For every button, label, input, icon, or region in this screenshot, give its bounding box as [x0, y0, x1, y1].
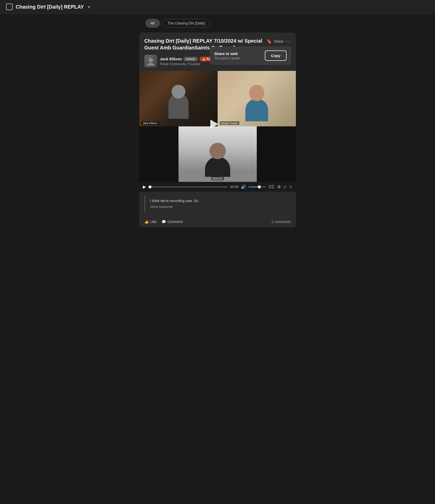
engagement-row: 👍 Like 💬 Comment 2 comments: [139, 216, 296, 227]
person-left-visual: [139, 71, 218, 126]
copy-button[interactable]: Copy: [265, 50, 287, 61]
fire-icon: 🔥: [202, 57, 206, 61]
comment-button[interactable]: 💬 Comment: [162, 220, 183, 224]
transcript-area: I think we're recording now. So Show tra…: [144, 195, 291, 212]
progress-bar[interactable]: [148, 186, 228, 187]
more-options-icon[interactable]: ···: [285, 39, 291, 44]
top-bar: Chasing Dirt [Daily] REPLAY ▾: [0, 0, 435, 14]
video-panel-left: Jack Ellison: [139, 71, 218, 126]
share-popup-title: Share to web: [214, 51, 261, 56]
share-button[interactable]: Share: [274, 39, 283, 43]
person-bottom-visual: [178, 126, 257, 182]
play-triangle-icon: [210, 120, 218, 129]
video-label-left: Jack Ellison: [141, 121, 159, 125]
filter-row: All The Chasing Dirt [Daily]: [139, 14, 296, 30]
bookmark-icon[interactable]: 🔖: [266, 39, 272, 44]
admin-badge: Admin: [183, 57, 198, 61]
person-right-visual: [218, 71, 296, 126]
avatar-image: [144, 55, 157, 67]
show-transcript-button[interactable]: Show transcript: [150, 205, 173, 209]
transcript-text: I think we're recording now. So: [150, 199, 286, 203]
progress-dot: [148, 185, 151, 188]
time-display: 00:00: [230, 185, 239, 189]
chevron-down-icon[interactable]: ▾: [88, 5, 90, 9]
volume-dot: [258, 185, 261, 188]
app-title: Chasing Dirt [Daily] REPLAY: [16, 4, 84, 10]
fullscreen-button[interactable]: ⤡: [289, 184, 292, 189]
svg-point-0: [148, 58, 153, 62]
like-label: Like: [150, 220, 157, 224]
post-card: Chasing Dirt [Daily] REPLAY 7/10/2024 w/…: [139, 33, 296, 227]
play-pause-button[interactable]: ▶: [143, 184, 146, 189]
comments-count: 2 comments: [271, 220, 291, 224]
volume-icon[interactable]: 🔊: [241, 184, 246, 189]
video-panel-bottom: ROUTE: [139, 126, 296, 182]
external-link-button[interactable]: ⤢: [283, 184, 287, 189]
title-row: Chasing Dirt [Daily] REPLAY 7/10/2024 w/…: [144, 38, 291, 51]
play-button-overlay[interactable]: [210, 120, 218, 129]
video-controls-bar: ▶ 00:00 🔊 CC ⚙ ⤢ ⤡: [139, 182, 296, 192]
video-label-right: Amber Foster: [220, 121, 240, 125]
like-button[interactable]: 👍 Like: [144, 220, 157, 224]
comment-label: Comment: [167, 220, 183, 224]
app-icon: [6, 4, 13, 10]
thumbs-up-icon: 👍: [144, 220, 149, 224]
volume-bar[interactable]: [248, 186, 266, 187]
share-popup-text: Share to web This post is public.: [214, 51, 261, 60]
comment-icon: 💬: [162, 220, 166, 224]
closed-captions-button[interactable]: CC: [269, 185, 274, 189]
video-label-bottom: ROUTE: [211, 177, 224, 180]
filter-all-button[interactable]: All: [145, 19, 160, 27]
share-popup-subtitle: This post is public.: [214, 56, 261, 60]
title-actions: 🔖 Share ···: [266, 39, 291, 44]
share-popup: Share to web This post is public. Copy: [210, 47, 291, 65]
svg-point-1: [147, 63, 154, 66]
author-name: Jack Ellison: [160, 57, 182, 61]
video-container: Jack Ellison Amber Foster ROUTE ▶ 00:00 …: [139, 71, 296, 192]
settings-button[interactable]: ⚙: [277, 184, 281, 189]
avatar: [144, 55, 157, 67]
volume-fill: [248, 186, 258, 187]
filter-chasing-dirt-button[interactable]: The Chasing Dirt [Daily]: [162, 19, 210, 27]
engagement-actions: 👍 Like 💬 Comment: [144, 220, 183, 224]
video-panel-right: Amber Foster: [218, 71, 296, 126]
